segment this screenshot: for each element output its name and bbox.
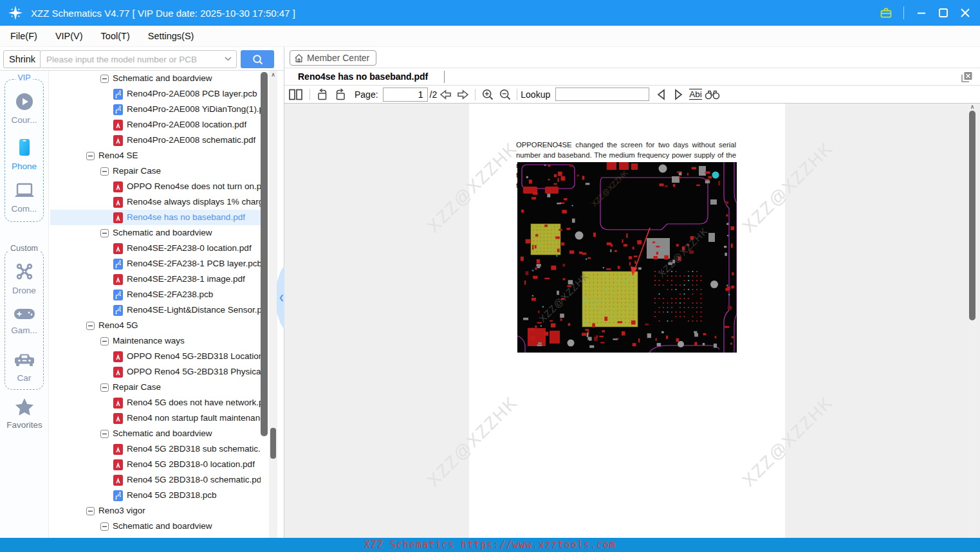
model-search-input[interactable] <box>40 50 237 68</box>
custom-group-label: Custom <box>8 244 40 253</box>
tree-item-label: Reno4 5G 2BD318.pcb <box>127 488 217 503</box>
menu-tool[interactable]: Tool(T) <box>97 29 134 43</box>
tree-file-item[interactable]: Reno4 non startup fault maintenance.pdf <box>50 410 261 426</box>
find-next-icon[interactable] <box>670 87 687 102</box>
tree-item-label: Reno4 5G does not have network.pdf <box>127 395 261 410</box>
tree-file-item[interactable]: Reno4 5G 2BD318-0 schematic.pdf <box>50 472 261 488</box>
tree-file-item[interactable]: Reno4SE-2FA238-1 PCB layer.pcb <box>50 256 261 271</box>
document-tab-bar: Reno4se has no baseband.pdf <box>284 68 980 86</box>
tree-folder-item[interactable]: Maintenance ways <box>50 333 261 349</box>
tree-item-label: Reno4Pro-2AE008 YiDianTong(1).pcb <box>127 102 261 117</box>
close-button[interactable] <box>954 0 976 26</box>
titlebar-separator <box>903 6 904 19</box>
zoom-in-icon[interactable] <box>479 87 496 102</box>
tree-file-item[interactable]: Reno4Pro-2AE008 YiDianTong(1).pcb <box>50 102 261 117</box>
sidebar-item-phone[interactable]: Phone <box>5 138 43 171</box>
menu-settings[interactable]: Settings(S) <box>144 29 198 43</box>
pdf-toolbar: Page: /2 Lookup <box>284 86 980 104</box>
tree-file-item[interactable]: OPPO Reno4se does not turn on.pdf <box>50 179 261 194</box>
tree-folder-item[interactable]: Reno4 5G <box>50 318 261 333</box>
tree-item-label: Schematic and boardview <box>113 426 212 441</box>
viewer-scrollbar-thumb[interactable] <box>969 111 975 320</box>
rotate-right-icon[interactable] <box>331 87 349 102</box>
tree-item-label: Reno4SE-2FA238-1 PCB layer.pcb <box>127 256 261 271</box>
panel-scrollbar-thumb[interactable] <box>270 428 276 459</box>
tree-file-item[interactable]: Reno4Pro-2AE008 PCB layer.pcb <box>50 86 261 102</box>
tree-folder-item[interactable]: Reno4 SE <box>50 148 261 163</box>
zoom-out-icon[interactable] <box>496 87 513 102</box>
tree-file-item[interactable]: OPPO Reno4 5G-2BD318 Physical.pdf <box>50 364 261 380</box>
tree-file-item[interactable]: Reno4Pro-2AE008 schematic.pdf <box>50 133 261 148</box>
member-row: Member Center <box>284 47 980 68</box>
previous-page-icon[interactable] <box>437 87 454 102</box>
toolbox-icon[interactable] <box>875 0 897 26</box>
pcb-file-icon <box>113 259 123 270</box>
document-tab[interactable]: Reno4se has no baseband.pdf <box>298 68 428 85</box>
facing-pages-icon[interactable] <box>284 87 306 102</box>
tree-folder-item[interactable]: Repair Case <box>50 163 261 179</box>
tree-item-label: OPPO Reno4 5G-2BD318 Physical.pdf <box>127 364 261 380</box>
menu-file[interactable]: File(F) <box>6 29 41 43</box>
tree-item-label: OPPO Reno4se does not turn on.pdf <box>127 179 261 194</box>
tree-item-label: Reno4 non startup fault maintenance.pdf <box>127 410 261 426</box>
close-document-icon[interactable] <box>961 71 973 86</box>
tree-item-label: Reno4se has no baseband.pdf <box>127 210 245 225</box>
search-row: Shrink <box>0 47 284 71</box>
tree-item-label: Repair Case <box>113 163 161 179</box>
next-page-icon[interactable] <box>454 87 472 102</box>
pdf-view-area[interactable]: XZZ@XZZHK XZZ@XZZHK XZZ@XZZHK XZZ@XZZHK … <box>284 104 980 538</box>
minimize-button[interactable] <box>911 0 932 26</box>
tree-file-item[interactable]: OPPO Reno4 5G-2BD318 Location.pdf <box>50 349 261 364</box>
panel-scrollbar-track[interactable]: ∧ <box>269 71 277 538</box>
lookup-input[interactable] <box>555 87 649 101</box>
collapse-icon <box>100 337 109 345</box>
page-total: /2 <box>430 89 438 100</box>
sidebar-item-car[interactable]: Car <box>5 352 43 383</box>
chevron-down-icon[interactable] <box>225 57 232 61</box>
collapse-icon <box>86 322 95 330</box>
tree-file-item[interactable]: Reno4SE-2FA238-1 image.pdf <box>50 271 261 287</box>
tree-file-item[interactable]: Reno4se has no baseband.pdf <box>50 210 261 225</box>
binoculars-icon[interactable] <box>702 87 723 102</box>
tree-folder-item[interactable]: Schematic and boardview <box>50 225 261 241</box>
tree-file-item[interactable]: Reno4 5G 2BD318.pcb <box>50 488 261 503</box>
menu-vip[interactable]: VIP(V) <box>51 29 87 43</box>
sidebar-item-drone[interactable]: Drone <box>5 262 43 295</box>
tree-folder-item[interactable]: Repair Case <box>50 380 261 395</box>
sidebar-item-courses[interactable]: Cour... <box>5 93 43 125</box>
tree-folder-item[interactable]: Schematic and boardview <box>50 426 261 441</box>
shrink-button[interactable]: Shrink <box>3 50 41 68</box>
tree-file-item[interactable]: Reno4Pro-2AE008 location.pdf <box>50 117 261 133</box>
member-center-button[interactable]: Member Center <box>290 50 376 66</box>
rotate-left-icon[interactable] <box>313 87 331 102</box>
category-sidebar: VIP Cour... Phone Com... <box>0 71 49 538</box>
tree-folder-item[interactable]: Schematic and boardview <box>50 71 261 86</box>
tree-folder-item[interactable]: Schematic and boardview <box>50 519 261 534</box>
find-previous-icon[interactable] <box>653 87 670 102</box>
tree-folder-item[interactable]: Reno3 vigor <box>50 503 261 519</box>
match-case-toggle[interactable]: Abi <box>689 89 702 100</box>
tree-file-item[interactable]: Reno4 5G 2BD318-0 location.pdf <box>50 457 261 472</box>
pdf-file-icon <box>113 181 123 192</box>
tree-item-label: Reno4SE-Light&Distance Sensor.pcb <box>127 302 261 318</box>
pdf-file-icon <box>113 212 123 223</box>
page-number-input[interactable] <box>383 87 428 102</box>
maximize-button[interactable] <box>932 0 954 26</box>
tree-file-item[interactable]: Reno4SE-Light&Distance Sensor.pcb <box>50 302 261 318</box>
pdf-file-icon <box>113 413 123 424</box>
tree-file-item[interactable]: Reno4 5G does not have network.pdf <box>50 395 261 410</box>
sidebar-item-game[interactable]: Gam... <box>5 307 43 335</box>
file-tree: Schematic and boardviewReno4Pro-2AE008 P… <box>50 71 261 538</box>
search-button[interactable] <box>241 50 274 68</box>
tree-file-item[interactable]: Reno4se always displays 1% charging.pdf <box>50 194 261 210</box>
tree-item-label: Reno3 vigor <box>98 503 145 519</box>
sidebar-item-computer[interactable]: Com... <box>5 183 43 214</box>
tree-file-item[interactable]: Reno4 5G 2BD318 sub schematic.pdf <box>50 441 261 457</box>
tree-file-item[interactable]: Reno4SE-2FA238.pcb <box>50 287 261 302</box>
pdf-file-icon <box>113 274 123 285</box>
tree-scrollbar[interactable] <box>261 72 268 436</box>
tree-item-label: Reno4 5G <box>98 318 138 333</box>
tree-file-item[interactable]: Reno4SE-2FA238-0 location.pdf <box>50 241 261 256</box>
sidebar-item-favorites[interactable]: Favorites <box>0 398 49 430</box>
pdf-file-icon <box>113 367 123 378</box>
